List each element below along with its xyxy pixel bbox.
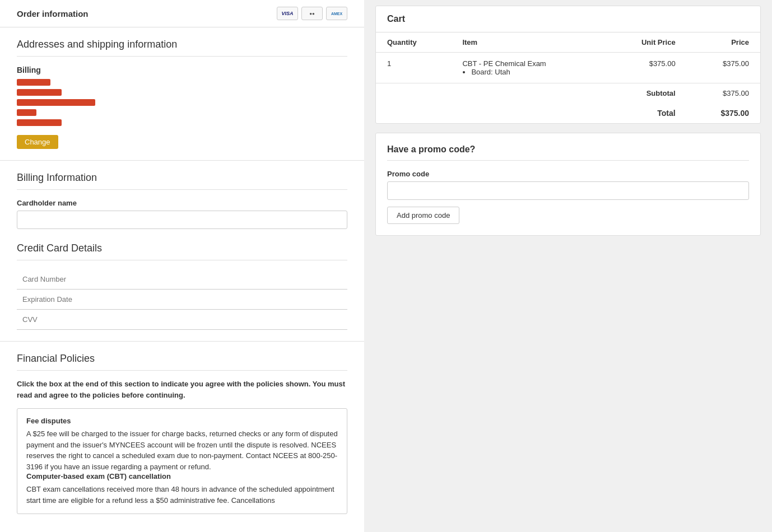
credit-card-title: Credit Card Details (17, 242, 347, 260)
item-price: $375.00 (687, 53, 760, 83)
cardholder-name-label: Cardholder name (17, 199, 347, 207)
total-value: $375.00 (687, 103, 760, 123)
item-name-cell: CBT - PE Chemical Exam Board: Utah (451, 53, 604, 83)
redacted-line-4 (17, 109, 36, 116)
total-label: Total (605, 103, 687, 123)
card-number-input[interactable] (17, 269, 347, 290)
policy-item-cbt-cancellation: Computer-based exam (CBT) cancellation C… (26, 472, 338, 506)
item-name: CBT - PE Chemical Exam (462, 59, 593, 68)
policy-item-fee-disputes: Fee disputes A $25 fee will be charged t… (26, 417, 338, 472)
fee-disputes-title: Fee disputes (26, 417, 338, 425)
policy-instruction: Click the box at the end of this section… (17, 379, 347, 400)
order-info-header: Order information VISA ●● AMEX (0, 0, 364, 27)
redacted-line-2 (17, 89, 62, 96)
promo-title: Have a promo code? (387, 144, 749, 161)
subtotal-value: $375.00 (687, 83, 760, 104)
item-detail-board: Board: Utah (462, 68, 593, 76)
cbt-cancellation-text: CBT exam cancellations received more tha… (26, 484, 338, 506)
redacted-address-lines (17, 79, 347, 126)
redacted-line-5 (17, 119, 62, 126)
col-unit-price: Unit Price (605, 32, 687, 53)
total-row: Total $375.00 (376, 103, 760, 123)
cart-section: Cart Quantity Item Unit Price Price 1 C (375, 6, 761, 124)
policy-box: Fee disputes A $25 fee will be charged t… (17, 408, 347, 514)
payment-icons: VISA ●● AMEX (277, 7, 347, 20)
promo-code-input[interactable] (387, 181, 749, 200)
addresses-section: Addresses and shipping information Billi… (0, 27, 364, 161)
col-price: Price (687, 32, 760, 53)
redacted-line-1 (17, 79, 50, 86)
addresses-title: Addresses and shipping information (17, 39, 347, 57)
cart-table: Quantity Item Unit Price Price 1 CBT - P… (376, 32, 760, 123)
redacted-line-3 (17, 99, 95, 106)
visa-icon: VISA (277, 7, 298, 20)
col-item: Item (451, 32, 604, 53)
billing-info-section: Billing Information Cardholder name Cred… (0, 161, 364, 342)
amex-icon: AMEX (326, 7, 347, 20)
change-address-button[interactable]: Change (17, 135, 58, 149)
item-unit-price: $375.00 (605, 53, 687, 83)
cvv-input[interactable] (17, 310, 347, 330)
subtotal-label: Subtotal (605, 83, 687, 104)
cbt-cancellation-title: Computer-based exam (CBT) cancellation (26, 472, 338, 480)
financial-policies-section: Financial Policies Click the box at the … (0, 342, 364, 525)
item-quantity: 1 (376, 53, 451, 83)
item-board: Board: Utah (471, 68, 593, 76)
cart-title: Cart (387, 14, 749, 24)
cart-header: Cart (376, 6, 760, 32)
table-row: 1 CBT - PE Chemical Exam Board: Utah $37… (376, 53, 760, 83)
cart-table-header-row: Quantity Item Unit Price Price (376, 32, 760, 53)
fee-disputes-text: A $25 fee will be charged to the issuer … (26, 428, 338, 472)
col-quantity: Quantity (376, 32, 451, 53)
subtotal-row: Subtotal $375.00 (376, 83, 760, 104)
expiration-date-input[interactable] (17, 290, 347, 310)
promo-section: Have a promo code? Promo code Add promo … (375, 133, 761, 236)
card-number-wrapper (17, 269, 347, 290)
financial-policies-title: Financial Policies (17, 353, 347, 371)
expiration-date-wrapper (17, 290, 347, 310)
order-info-title: Order information (17, 9, 89, 18)
billing-info-title: Billing Information (17, 172, 347, 190)
cvv-wrapper (17, 310, 347, 330)
mastercard-icon: ●● (301, 7, 323, 20)
cardholder-name-input[interactable] (17, 211, 347, 229)
billing-label: Billing (17, 66, 347, 74)
add-promo-code-button[interactable]: Add promo code (387, 207, 459, 224)
promo-code-label: Promo code (387, 170, 749, 178)
